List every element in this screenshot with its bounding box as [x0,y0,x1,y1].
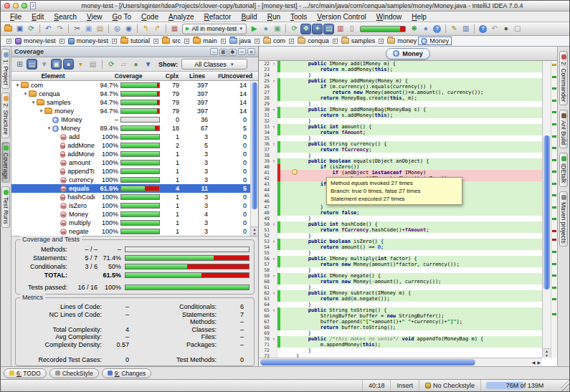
scrollbar-thumb[interactable] [252,82,257,209]
previous-occurrence-icon[interactable]: ↰ [141,24,151,34]
error-stripe-covered-mark[interactable] [552,123,556,125]
code-text[interactable]: buffer.append("["+amount()+" "+currency(… [280,319,542,325]
code-text[interactable]: public int hashCode() { [280,221,542,227]
breadcrumb-java[interactable]: java [228,37,253,44]
window-resize-grip[interactable] [561,380,569,391]
column-header-coverage[interactable]: Coverage [95,72,162,80]
error-stripe-warning-mark[interactable] [552,64,556,66]
error-stripe[interactable] [551,61,557,358]
menu-refactor[interactable]: Refactor [199,13,237,21]
column-header-uncovered[interactable]: #Uncovered [212,72,258,80]
code-text[interactable]: public IMoney subtract(IMoney m) { [280,290,542,296]
expand-node-icon[interactable]: + [153,39,158,44]
right-tool-button-maven-projects[interactable]: Maven projects [559,191,568,247]
paint-icon[interactable]: ✎ [449,24,460,34]
group-by-packages-icon[interactable]: ⊞ [14,59,25,70]
right-tool-button-idetalk[interactable]: IDEtalk [559,153,568,186]
code-text[interactable]: return MoneyBag.create(this, m); [280,95,542,101]
error-stripe-uncovered-mark[interactable] [552,239,556,241]
coverage-row-iszero[interactable]: misZero100%130 [11,201,258,210]
error-stripe-covered-mark[interactable] [552,287,556,289]
show-classes-icon[interactable]: ▣ [51,59,62,70]
breadcrumb-src[interactable]: src [161,37,182,44]
close-icon[interactable]: × [247,48,255,55]
debug-icon[interactable]: ● [260,24,271,34]
code-text[interactable]: return buffer.toString(); [280,325,542,330]
code-text[interactable]: } [280,135,542,141]
code-text[interactable]: return fCurrency; [280,147,542,153]
code-text[interactable]: m.appendMoney(this); [280,342,542,348]
cut-icon[interactable]: ✂ [72,24,82,34]
settings-icon[interactable]: ▦ [169,24,180,34]
menu-edit[interactable]: Edit [27,13,49,21]
clover-toggle-icon[interactable]: ❋ [409,24,419,34]
menu-build[interactable]: Build [236,13,262,21]
code-text[interactable]: public String toString() { [280,307,542,313]
error-stripe-covered-mark[interactable] [552,313,556,315]
code-text[interactable]: public boolean equals(Object anObject) { [280,158,542,164]
clover-doc-icon[interactable]: ▯ [346,24,357,34]
breadcrumb-main[interactable]: main [191,37,219,44]
coverage-row-amount[interactable]: mamount100%130 [11,158,258,167]
code-text[interactable]: return false; [280,210,542,216]
clean-icon[interactable]: ▱ [118,59,129,70]
expander-icon[interactable]: ▼ [38,109,44,113]
error-stripe-covered-mark[interactable] [552,87,556,90]
code-text[interactable]: } [280,204,542,210]
expand-node-icon[interactable]: + [6,39,11,44]
scrollbar-arrows[interactable]: ▲▼ [543,348,551,358]
menu-go-to[interactable]: Go To [108,13,137,21]
expander-icon[interactable]: ▼ [14,83,21,87]
code-text[interactable]: StringBuffer buffer = new StringBuffer()… [280,313,542,319]
filter-covered-icon[interactable]: ▼ [39,59,49,70]
find-in-path-icon[interactable]: ◉ [123,24,134,34]
generate-report-icon[interactable]: ● [130,59,141,70]
code-text[interactable]: } [280,330,542,336]
menu-view[interactable]: View [82,13,108,21]
scrollbar-thumb[interactable] [543,135,550,290]
breadcrumb-money-test[interactable]: money-test [67,37,110,44]
code-text[interactable]: public boolean isZero() { [280,239,542,244]
error-stripe-covered-mark[interactable] [552,263,556,265]
expander-icon[interactable]: ▼ [22,92,29,96]
code-text[interactable]: public IMoney multiply(int factor) { [280,256,542,262]
menu-window[interactable]: Window [371,13,407,21]
editor-vertical-scrollbar[interactable]: ▲▼ [542,61,551,358]
code-editor[interactable]: Method equals invoked 27 times Branch: t… [259,61,542,358]
close-window-button[interactable] [4,3,10,9]
synchronize-icon[interactable]: ⟳ [26,24,37,34]
expand-node-icon[interactable]: + [255,39,260,44]
chart-icon[interactable]: ▥ [460,24,471,34]
maximize-icon[interactable]: ⊞ [219,49,227,56]
caret-position[interactable]: 40:18 [362,380,391,391]
coverage-row-addmoney[interactable]: maddMoney100%130 [11,150,258,158]
bottom-tool-button-6-todo[interactable]: 6: TODO [4,368,47,378]
coverage-row-money[interactable]: ▼money94.7%7939714 [11,107,258,115]
code-text[interactable]: if (m.currency().equals(currency()) ) [280,84,542,90]
expand-node-icon[interactable]: + [333,39,338,44]
redo-icon[interactable]: ↷ [54,24,65,34]
code-text[interactable]: return amount() == 0; [280,244,542,250]
run-configuration-combo[interactable]: ▶All in money-test▼ [182,24,247,34]
clover-summary-icon[interactable]: ▤ [323,24,334,34]
coverage-row-add[interactable]: madd100%130 [11,133,258,141]
show-methods-icon[interactable]: ● [63,59,74,70]
menu-help[interactable]: Help [407,13,432,21]
restore-icon[interactable]: ↶ [489,24,500,34]
code-text[interactable]: } [280,285,542,290]
save-all-icon[interactable]: ▣ [14,24,25,34]
expander-icon[interactable]: ▼ [30,100,37,105]
float-icon[interactable]: ▫ [210,48,218,55]
pin-icon[interactable]: ▾ [75,59,86,70]
code-text[interactable]: } [280,153,542,158]
coverage-row-money[interactable]: ▼CMoney89.4%18675 [11,124,258,133]
menu-file[interactable]: File [5,13,27,21]
error-stripe-covered-mark[interactable] [552,298,556,300]
error-stripe-covered-mark[interactable] [552,135,556,138]
show-packages-icon[interactable]: ▤ [27,59,37,70]
error-stripe-covered-mark[interactable] [552,111,556,113]
code-text[interactable]: public /*this makes no sense*/ void appe… [280,336,542,342]
coverage-table-scrollbar[interactable]: ▲▼ [250,81,258,236]
error-stripe-covered-mark[interactable] [552,206,556,209]
code-text[interactable]: public IMoney addMoneyBag(MoneyBag s) { [280,107,542,113]
